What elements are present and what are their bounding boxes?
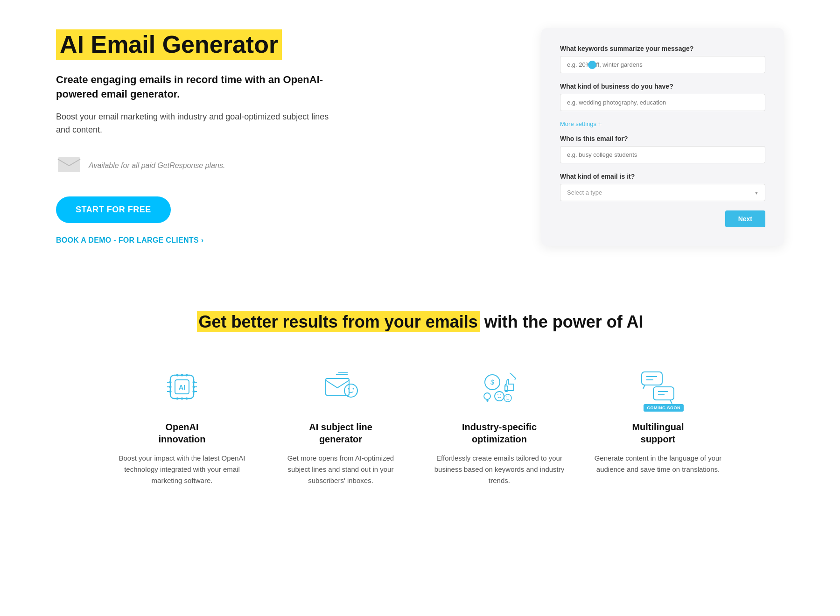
industry-icon: $ [478,366,520,408]
business-label: What kind of business do you have? [560,83,765,90]
feature-card-subject-line: AI subject linegenerator Get more opens … [275,366,406,486]
hero-subtitle: Create engaging emails in record time wi… [56,73,336,102]
svg-point-38 [506,396,507,397]
svg-point-11 [181,374,183,376]
audience-label: Who is this email for? [560,135,765,142]
features-heading-part2: with the power of AI [484,312,644,331]
svg-text:AI: AI [179,384,185,391]
hero-description: Boost your email marketing with industry… [56,110,336,137]
business-field: What kind of business do you have? [560,83,765,111]
audience-input[interactable] [560,146,765,163]
features-heading-highlight: Get better results from your emails [197,311,480,332]
keywords-field: What keywords summarize your message? [560,45,765,73]
multilingual-feature-title: Multilingualsupport [593,421,723,445]
svg-point-10 [176,374,179,376]
email-type-select[interactable]: Select a type [560,184,765,201]
industry-feature-title: Industry-specificoptimization [434,421,565,445]
svg-point-37 [504,394,511,402]
more-settings-link[interactable]: More settings + [560,120,765,127]
start-for-free-button[interactable]: START FOR FREE [56,196,171,223]
svg-line-31 [511,374,516,378]
hero-right: What keywords summarize your message? Wh… [541,28,784,246]
features-section: Get better results from your emails with… [0,274,840,524]
audience-field: Who is this email for? [560,135,765,163]
keywords-label: What keywords summarize your message? [560,45,765,52]
multilingual-icon: COMING SOON [637,366,679,408]
features-grid: AI [56,366,784,486]
svg-point-24 [348,388,350,389]
dot-indicator [588,61,596,69]
email-type-label: What kind of email is it? [560,173,765,180]
feature-card-openai: AI [117,366,247,486]
svg-rect-43 [642,372,662,385]
features-heading: Get better results from your emails with… [56,311,784,333]
svg-point-25 [353,388,354,389]
svg-point-39 [509,396,510,397]
svg-point-23 [344,384,357,397]
hero-left: AI Email Generator Create engaging email… [56,29,336,245]
hero-title: AI Email Generator [60,31,278,58]
email-type-select-wrapper: Select a type [560,184,765,201]
coming-soon-badge: COMING SOON [644,404,684,412]
svg-rect-0 [58,157,80,172]
svg-rect-46 [653,387,674,400]
openai-feature-title: OpenAIinnovation [117,421,247,445]
feature-card-industry: $ [434,366,565,486]
industry-feature-desc: Effortlessly create emails tailored to y… [434,453,565,486]
svg-text:$: $ [490,378,494,386]
svg-point-14 [181,397,183,399]
form-footer: Next [560,210,765,227]
openai-icon: AI [161,366,203,408]
hero-title-wrapper: AI Email Generator [56,29,282,60]
svg-point-34 [495,392,504,401]
email-icon [56,152,82,180]
svg-point-40 [484,393,490,399]
svg-point-35 [497,394,498,395]
next-button[interactable]: Next [725,210,765,227]
subject-line-feature-desc: Get more opens from AI-optimized subject… [275,453,406,486]
business-input[interactable] [560,94,765,111]
email-type-field: What kind of email is it? Select a type [560,173,765,201]
svg-line-32 [510,373,511,374]
subject-line-feature-title: AI subject linegenerator [275,421,406,445]
svg-point-36 [500,394,501,395]
svg-point-12 [186,374,188,376]
form-preview: What keywords summarize your message? Wh… [541,28,784,246]
keywords-input-wrapper [560,56,765,73]
multilingual-feature-desc: Generate content in the language of your… [593,453,723,475]
svg-point-13 [176,397,179,399]
feature-card-multilingual: COMING SOON Multilingualsupport Generate… [593,366,723,486]
book-demo-link[interactable]: BOOK A DEMO - FOR LARGE CLIENTS › [56,236,336,245]
page-wrapper: AI Email Generator Create engaging email… [0,0,840,524]
hero-badge: Available for all paid GetResponse plans… [56,152,336,180]
svg-line-33 [515,378,516,380]
svg-point-15 [186,397,188,399]
subject-line-icon [320,366,362,408]
hero-section: AI Email Generator Create engaging email… [0,0,840,274]
openai-feature-desc: Boost your impact with the latest OpenAI… [117,453,247,486]
hero-badge-text: Available for all paid GetResponse plans… [89,161,225,170]
